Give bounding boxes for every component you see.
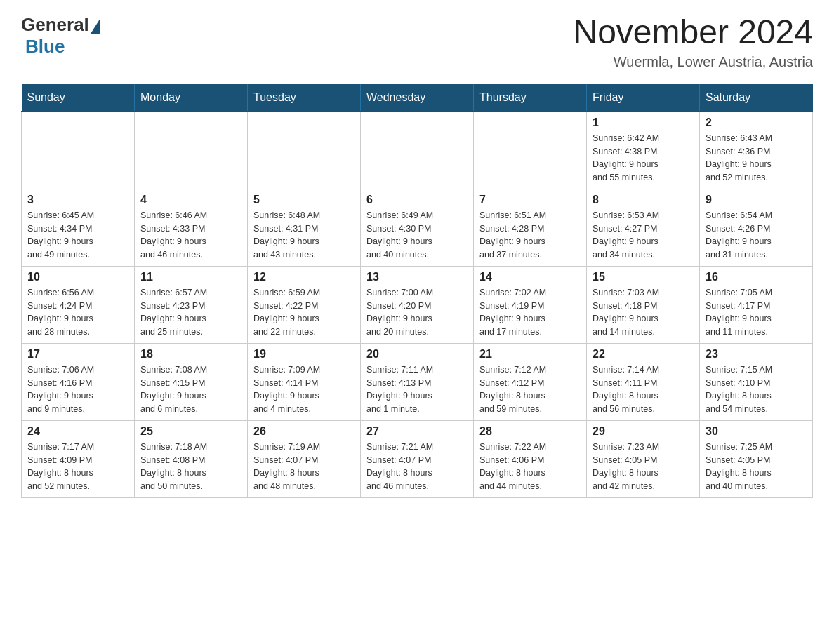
day-info: Sunrise: 7:00 AMSunset: 4:20 PMDaylight:… xyxy=(366,286,468,339)
day-info: Sunrise: 7:08 AMSunset: 4:15 PMDaylight:… xyxy=(140,363,241,416)
day-number: 6 xyxy=(366,194,468,206)
week-row-3: 10Sunrise: 6:56 AMSunset: 4:24 PMDayligh… xyxy=(22,266,813,343)
day-number: 7 xyxy=(479,194,581,206)
calendar-header: SundayMondayTuesdayWednesdayThursdayFrid… xyxy=(22,84,813,112)
calendar-cell: 14Sunrise: 7:02 AMSunset: 4:19 PMDayligh… xyxy=(474,266,587,343)
calendar-cell: 2Sunrise: 6:43 AMSunset: 4:36 PMDaylight… xyxy=(700,112,813,189)
calendar-cell xyxy=(22,112,135,189)
day-number: 28 xyxy=(479,425,581,438)
day-info: Sunrise: 7:25 AMSunset: 4:05 PMDaylight:… xyxy=(706,441,807,493)
day-info: Sunrise: 6:59 AMSunset: 4:22 PMDaylight:… xyxy=(253,286,355,339)
day-info: Sunrise: 7:21 AMSunset: 4:07 PMDaylight:… xyxy=(366,441,468,493)
day-number: 24 xyxy=(27,425,128,438)
day-number: 15 xyxy=(593,271,694,283)
week-row-1: 1Sunrise: 6:42 AMSunset: 4:38 PMDaylight… xyxy=(22,112,813,189)
day-number: 9 xyxy=(706,194,807,206)
day-number: 29 xyxy=(593,425,694,438)
day-info: Sunrise: 7:11 AMSunset: 4:13 PMDaylight:… xyxy=(366,363,468,416)
day-number: 14 xyxy=(479,271,581,283)
day-info: Sunrise: 6:45 AMSunset: 4:34 PMDaylight:… xyxy=(27,209,128,262)
calendar-cell: 4Sunrise: 6:46 AMSunset: 4:33 PMDaylight… xyxy=(135,189,248,266)
calendar-cell: 24Sunrise: 7:17 AMSunset: 4:09 PMDayligh… xyxy=(22,420,135,497)
calendar-table: SundayMondayTuesdayWednesdayThursdayFrid… xyxy=(21,84,813,498)
calendar-cell xyxy=(248,112,361,189)
calendar-cell: 7Sunrise: 6:51 AMSunset: 4:28 PMDaylight… xyxy=(474,189,587,266)
day-number: 20 xyxy=(366,348,468,361)
day-number: 16 xyxy=(706,271,807,283)
calendar-cell: 23Sunrise: 7:15 AMSunset: 4:10 PMDayligh… xyxy=(700,343,813,420)
calendar-cell: 5Sunrise: 6:48 AMSunset: 4:31 PMDaylight… xyxy=(248,189,361,266)
week-row-4: 17Sunrise: 7:06 AMSunset: 4:16 PMDayligh… xyxy=(22,343,813,420)
day-number: 18 xyxy=(140,348,241,361)
day-info: Sunrise: 7:09 AMSunset: 4:14 PMDaylight:… xyxy=(253,363,355,416)
calendar-cell: 18Sunrise: 7:08 AMSunset: 4:15 PMDayligh… xyxy=(135,343,248,420)
day-header-wednesday: Wednesday xyxy=(361,84,474,112)
day-number: 11 xyxy=(140,271,241,283)
day-info: Sunrise: 6:51 AMSunset: 4:28 PMDaylight:… xyxy=(479,209,581,262)
calendar-cell: 27Sunrise: 7:21 AMSunset: 4:07 PMDayligh… xyxy=(361,420,474,497)
logo-triangle-icon xyxy=(91,18,100,34)
day-header-tuesday: Tuesday xyxy=(248,84,361,112)
day-number: 8 xyxy=(593,194,694,206)
calendar-cell xyxy=(361,112,474,189)
calendar-cell: 9Sunrise: 6:54 AMSunset: 4:26 PMDaylight… xyxy=(700,189,813,266)
day-header-sunday: Sunday xyxy=(22,84,135,112)
calendar-cell: 6Sunrise: 6:49 AMSunset: 4:30 PMDaylight… xyxy=(361,189,474,266)
calendar-cell: 20Sunrise: 7:11 AMSunset: 4:13 PMDayligh… xyxy=(361,343,474,420)
logo: General Blue xyxy=(21,14,100,58)
calendar-cell: 30Sunrise: 7:25 AMSunset: 4:05 PMDayligh… xyxy=(700,420,813,497)
day-info: Sunrise: 7:17 AMSunset: 4:09 PMDaylight:… xyxy=(27,441,128,493)
page-subtitle: Wuermla, Lower Austria, Austria xyxy=(573,54,813,70)
day-info: Sunrise: 7:12 AMSunset: 4:12 PMDaylight:… xyxy=(479,363,581,416)
logo-general-text: General xyxy=(21,14,89,36)
day-info: Sunrise: 6:48 AMSunset: 4:31 PMDaylight:… xyxy=(253,209,355,262)
day-info: Sunrise: 7:06 AMSunset: 4:16 PMDaylight:… xyxy=(27,363,128,416)
day-info: Sunrise: 6:42 AMSunset: 4:38 PMDaylight:… xyxy=(593,132,694,185)
calendar-cell: 3Sunrise: 6:45 AMSunset: 4:34 PMDaylight… xyxy=(22,189,135,266)
day-number: 2 xyxy=(706,116,807,129)
calendar-cell: 12Sunrise: 6:59 AMSunset: 4:22 PMDayligh… xyxy=(248,266,361,343)
day-number: 26 xyxy=(253,425,355,438)
day-number: 21 xyxy=(479,348,581,361)
day-number: 17 xyxy=(27,348,128,361)
day-info: Sunrise: 6:56 AMSunset: 4:24 PMDaylight:… xyxy=(27,286,128,339)
day-info: Sunrise: 6:43 AMSunset: 4:36 PMDaylight:… xyxy=(706,132,807,185)
day-info: Sunrise: 7:14 AMSunset: 4:11 PMDaylight:… xyxy=(593,363,694,416)
calendar-cell: 25Sunrise: 7:18 AMSunset: 4:08 PMDayligh… xyxy=(135,420,248,497)
calendar-cell: 28Sunrise: 7:22 AMSunset: 4:06 PMDayligh… xyxy=(474,420,587,497)
page-title: November 2024 xyxy=(573,14,813,51)
week-row-2: 3Sunrise: 6:45 AMSunset: 4:34 PMDaylight… xyxy=(22,189,813,266)
day-header-monday: Monday xyxy=(135,84,248,112)
day-number: 12 xyxy=(253,271,355,283)
days-header-row: SundayMondayTuesdayWednesdayThursdayFrid… xyxy=(22,84,813,112)
calendar-cell: 22Sunrise: 7:14 AMSunset: 4:11 PMDayligh… xyxy=(587,343,700,420)
day-header-friday: Friday xyxy=(587,84,700,112)
day-number: 4 xyxy=(140,194,241,206)
calendar-cell xyxy=(474,112,587,189)
calendar-cell: 16Sunrise: 7:05 AMSunset: 4:17 PMDayligh… xyxy=(700,266,813,343)
day-number: 22 xyxy=(593,348,694,361)
day-info: Sunrise: 7:18 AMSunset: 4:08 PMDaylight:… xyxy=(140,441,241,493)
day-info: Sunrise: 7:22 AMSunset: 4:06 PMDaylight:… xyxy=(479,441,581,493)
day-info: Sunrise: 6:53 AMSunset: 4:27 PMDaylight:… xyxy=(593,209,694,262)
day-info: Sunrise: 6:49 AMSunset: 4:30 PMDaylight:… xyxy=(366,209,468,262)
calendar-cell: 21Sunrise: 7:12 AMSunset: 4:12 PMDayligh… xyxy=(474,343,587,420)
day-header-thursday: Thursday xyxy=(474,84,587,112)
calendar-cell: 10Sunrise: 6:56 AMSunset: 4:24 PMDayligh… xyxy=(22,266,135,343)
day-info: Sunrise: 6:46 AMSunset: 4:33 PMDaylight:… xyxy=(140,209,241,262)
day-info: Sunrise: 7:05 AMSunset: 4:17 PMDaylight:… xyxy=(706,286,807,339)
day-number: 3 xyxy=(27,194,128,206)
day-number: 13 xyxy=(366,271,468,283)
calendar-cell: 8Sunrise: 6:53 AMSunset: 4:27 PMDaylight… xyxy=(587,189,700,266)
calendar-cell: 11Sunrise: 6:57 AMSunset: 4:23 PMDayligh… xyxy=(135,266,248,343)
day-info: Sunrise: 7:02 AMSunset: 4:19 PMDaylight:… xyxy=(479,286,581,339)
calendar-cell: 29Sunrise: 7:23 AMSunset: 4:05 PMDayligh… xyxy=(587,420,700,497)
logo-blue-text: Blue xyxy=(25,36,65,57)
calendar-body: 1Sunrise: 6:42 AMSunset: 4:38 PMDaylight… xyxy=(22,112,813,498)
day-number: 23 xyxy=(706,348,807,361)
day-number: 1 xyxy=(593,116,694,129)
calendar-cell xyxy=(135,112,248,189)
day-info: Sunrise: 7:03 AMSunset: 4:18 PMDaylight:… xyxy=(593,286,694,339)
calendar-cell: 15Sunrise: 7:03 AMSunset: 4:18 PMDayligh… xyxy=(587,266,700,343)
calendar-cell: 17Sunrise: 7:06 AMSunset: 4:16 PMDayligh… xyxy=(22,343,135,420)
